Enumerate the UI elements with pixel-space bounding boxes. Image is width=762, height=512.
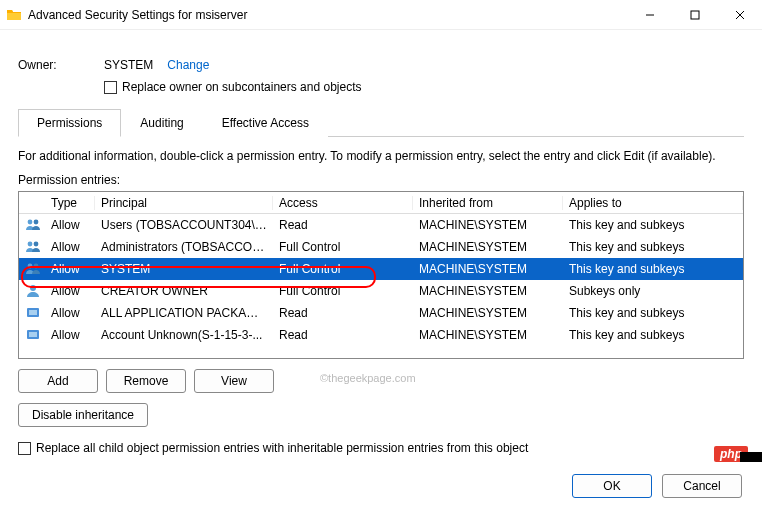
- cell-access: Read: [273, 306, 413, 320]
- replace-all-label: Replace all child object permission entr…: [36, 441, 528, 455]
- minimize-button[interactable]: [627, 0, 672, 30]
- cell-inherited: MACHINE\SYSTEM: [413, 306, 563, 320]
- cell-principal: CREATOR OWNER: [95, 284, 273, 298]
- black-bar: [740, 452, 762, 462]
- cell-principal: ALL APPLICATION PACKAGES: [95, 306, 273, 320]
- cell-access: Read: [273, 328, 413, 342]
- add-button[interactable]: Add: [18, 369, 98, 393]
- table-row[interactable]: AllowAccount Unknown(S-1-15-3-...ReadMAC…: [19, 324, 743, 346]
- info-text: For additional information, double-click…: [18, 149, 744, 163]
- cell-principal: Users (TOBSACCOUNT304\Us...: [95, 218, 273, 232]
- svg-rect-1: [691, 11, 699, 19]
- cell-principal: SYSTEM: [95, 262, 273, 276]
- cell-inherited: MACHINE\SYSTEM: [413, 328, 563, 342]
- cell-applies: This key and subkeys: [563, 306, 743, 320]
- entries-label: Permission entries:: [18, 173, 744, 187]
- close-button[interactable]: [717, 0, 762, 30]
- cell-applies: This key and subkeys: [563, 262, 743, 276]
- tab-permissions[interactable]: Permissions: [18, 109, 121, 137]
- replace-all-checkbox[interactable]: [18, 442, 31, 455]
- cell-type: Allow: [45, 328, 95, 342]
- cell-inherited: MACHINE\SYSTEM: [413, 284, 563, 298]
- table-row[interactable]: AllowALL APPLICATION PACKAGESReadMACHINE…: [19, 302, 743, 324]
- svg-point-9: [34, 264, 39, 269]
- cell-inherited: MACHINE\SYSTEM: [413, 218, 563, 232]
- svg-point-5: [34, 220, 39, 225]
- cell-type: Allow: [45, 284, 95, 298]
- tab-auditing[interactable]: Auditing: [121, 109, 202, 137]
- maximize-button[interactable]: [672, 0, 717, 30]
- principal-icon: [23, 239, 45, 255]
- svg-rect-14: [29, 332, 37, 337]
- svg-point-4: [28, 220, 33, 225]
- cell-access: Read: [273, 218, 413, 232]
- col-applies[interactable]: Applies to: [563, 196, 743, 210]
- col-inherited[interactable]: Inherited from: [413, 196, 563, 210]
- svg-point-8: [28, 264, 33, 269]
- svg-point-10: [30, 285, 36, 291]
- cell-applies: This key and subkeys: [563, 218, 743, 232]
- permission-grid: Type Principal Access Inherited from App…: [18, 191, 744, 359]
- cell-applies: This key and subkeys: [563, 240, 743, 254]
- principal-icon: [23, 305, 45, 321]
- cell-inherited: MACHINE\SYSTEM: [413, 262, 563, 276]
- principal-icon: [23, 261, 45, 277]
- cell-principal: Administrators (TOBSACCOU...: [95, 240, 273, 254]
- owner-label: Owner:: [18, 58, 104, 72]
- col-access[interactable]: Access: [273, 196, 413, 210]
- cell-type: Allow: [45, 240, 95, 254]
- cell-principal: Account Unknown(S-1-15-3-...: [95, 328, 273, 342]
- cell-type: Allow: [45, 218, 95, 232]
- replace-owner-label: Replace owner on subcontainers and objec…: [122, 80, 361, 94]
- svg-point-7: [34, 242, 39, 247]
- table-row[interactable]: AllowUsers (TOBSACCOUNT304\Us...ReadMACH…: [19, 214, 743, 236]
- folder-icon: [6, 7, 22, 23]
- owner-value: SYSTEM: [104, 58, 153, 72]
- disable-inheritance-button[interactable]: Disable inheritance: [18, 403, 148, 427]
- change-owner-link[interactable]: Change: [167, 58, 209, 72]
- ok-button[interactable]: OK: [572, 474, 652, 498]
- tabs: Permissions Auditing Effective Access: [18, 108, 744, 137]
- cell-access: Full Control: [273, 284, 413, 298]
- principal-icon: [23, 327, 45, 343]
- principal-icon: [23, 283, 45, 299]
- cell-applies: Subkeys only: [563, 284, 743, 298]
- col-principal[interactable]: Principal: [95, 196, 273, 210]
- titlebar: Advanced Security Settings for msiserver: [0, 0, 762, 30]
- cell-access: Full Control: [273, 262, 413, 276]
- cell-applies: This key and subkeys: [563, 328, 743, 342]
- cell-type: Allow: [45, 306, 95, 320]
- owner-row: Owner: SYSTEM Change: [18, 58, 744, 72]
- cell-inherited: MACHINE\SYSTEM: [413, 240, 563, 254]
- view-button[interactable]: View: [194, 369, 274, 393]
- window-title: Advanced Security Settings for msiserver: [28, 8, 627, 22]
- cancel-button[interactable]: Cancel: [662, 474, 742, 498]
- remove-button[interactable]: Remove: [106, 369, 186, 393]
- cell-type: Allow: [45, 262, 95, 276]
- cell-access: Full Control: [273, 240, 413, 254]
- table-row[interactable]: AllowSYSTEMFull ControlMACHINE\SYSTEMThi…: [19, 258, 743, 280]
- replace-all-row: Replace all child object permission entr…: [18, 441, 744, 455]
- col-type[interactable]: Type: [45, 196, 95, 210]
- table-row[interactable]: AllowAdministrators (TOBSACCOU...Full Co…: [19, 236, 743, 258]
- svg-point-6: [28, 242, 33, 247]
- tab-effective-access[interactable]: Effective Access: [203, 109, 328, 137]
- principal-icon: [23, 217, 45, 233]
- table-row[interactable]: AllowCREATOR OWNERFull ControlMACHINE\SY…: [19, 280, 743, 302]
- svg-rect-12: [29, 310, 37, 315]
- replace-owner-row: Replace owner on subcontainers and objec…: [104, 80, 744, 94]
- replace-owner-checkbox[interactable]: [104, 81, 117, 94]
- grid-header: Type Principal Access Inherited from App…: [19, 192, 743, 214]
